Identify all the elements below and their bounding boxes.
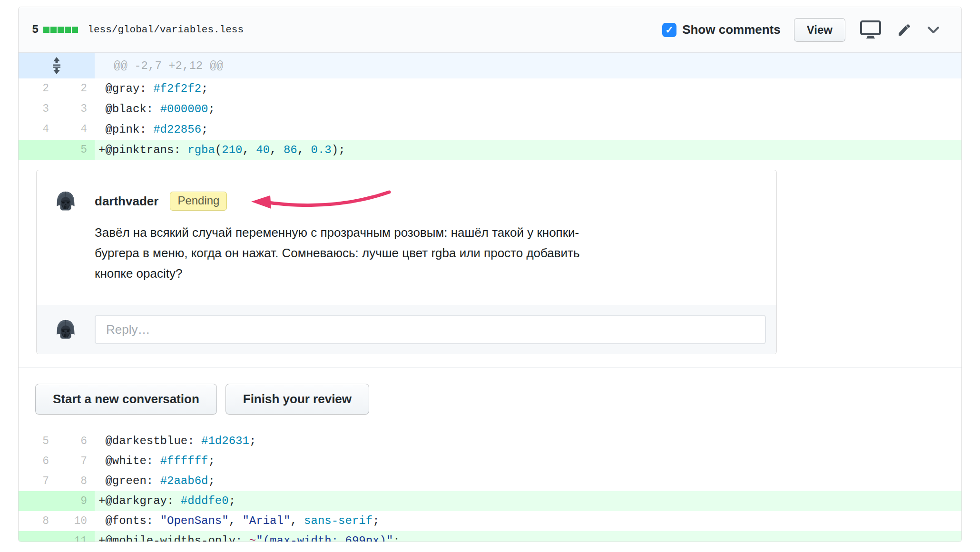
start-new-conversation-button[interactable]: Start a new conversation <box>35 384 217 415</box>
comment-header: darthvader Pending <box>95 190 757 212</box>
new-line-number[interactable]: 11 <box>57 531 95 542</box>
inline-comment-container: darthvader Pending Завёл на всякий случа… <box>19 160 961 368</box>
old-line-number[interactable]: 2 <box>19 78 57 99</box>
diff-line: 22 @gray: #f2f2f2; <box>19 78 961 99</box>
diffstat-square <box>43 27 49 33</box>
code-text: @black: #000000; <box>95 99 961 119</box>
diff-line: 44 @pink: #d22856; <box>19 119 961 140</box>
pending-badge: Pending <box>170 192 227 211</box>
diffstat-squares <box>43 27 78 33</box>
page: 5 less/global/variables.less ✓ Show comm… <box>0 0 980 552</box>
code-text: @darkestblue: #1d2631; <box>95 431 961 451</box>
diff-line: 9+@darkgray: #dddfe0; <box>19 491 961 511</box>
edit-pencil-icon[interactable] <box>897 22 912 38</box>
file-header-actions: ✓ Show comments View <box>662 18 940 42</box>
code-text: +@darkgray: #dddfe0; <box>95 491 961 511</box>
diffstat-square <box>58 27 64 33</box>
code-text: @white: #ffffff; <box>95 451 961 471</box>
diff-line: 56 @darkestblue: #1d2631; <box>19 431 961 451</box>
new-line-number[interactable]: 4 <box>57 119 95 140</box>
diff-block-2: 56 @darkestblue: #1d2631;67 @white: #fff… <box>19 431 961 542</box>
diffstat-square <box>50 27 57 33</box>
new-line-number[interactable]: 6 <box>57 431 95 451</box>
check-icon: ✓ <box>665 24 674 36</box>
diffstat-square <box>72 27 78 33</box>
old-line-number[interactable] <box>19 531 57 542</box>
code-text: +@pinktrans: rgba(210, 40, 86, 0.3); <box>95 140 961 160</box>
old-line-number[interactable]: 8 <box>19 511 57 531</box>
changes-count: 5 <box>32 23 39 36</box>
diff-line: 33 @black: #000000; <box>19 99 961 119</box>
file-header: 5 less/global/variables.less ✓ Show comm… <box>19 7 961 53</box>
show-comments-label[interactable]: Show comments <box>682 22 781 37</box>
file-diff-card: 5 less/global/variables.less ✓ Show comm… <box>18 7 962 542</box>
old-line-number[interactable]: 6 <box>19 451 57 471</box>
diff-line: 78 @green: #2aab6d; <box>19 471 961 491</box>
review-comment-card: darthvader Pending Завёл на всякий случа… <box>36 170 777 354</box>
finish-your-review-button[interactable]: Finish your review <box>225 384 369 415</box>
file-name: less/global/variables.less <box>88 24 244 35</box>
expand-hunk-button[interactable] <box>19 53 95 78</box>
code-text: @green: #2aab6d; <box>95 471 961 491</box>
review-actions-row: Start a new conversation Finish your rev… <box>19 368 961 431</box>
comment-author[interactable]: darthvader <box>95 194 158 209</box>
old-line-number[interactable] <box>19 140 57 160</box>
comment: darthvader Pending Завёл на всякий случа… <box>37 170 776 305</box>
hunk-row: @@ -2,7 +2,12 @@ <box>19 53 961 78</box>
chevron-down-icon[interactable] <box>927 26 940 34</box>
new-line-number[interactable]: 3 <box>57 99 95 119</box>
diff-line: 5+@pinktrans: rgba(210, 40, 86, 0.3); <box>19 140 961 160</box>
darthvader-avatar[interactable] <box>55 190 77 212</box>
reply-section <box>37 305 776 354</box>
show-comments-checkbox[interactable]: ✓ <box>662 23 676 37</box>
old-line-number[interactable] <box>19 491 57 511</box>
old-line-number[interactable]: 3 <box>19 99 57 119</box>
old-line-number[interactable]: 7 <box>19 471 57 491</box>
diffstat-square <box>65 27 71 33</box>
code-text: @gray: #f2f2f2; <box>95 78 961 99</box>
diff-line: 810 @fonts: "OpenSans", "Arial", sans-se… <box>19 511 961 531</box>
new-line-number[interactable]: 10 <box>57 511 95 531</box>
old-line-number[interactable]: 4 <box>19 119 57 140</box>
diff-line: 11+@mobile-widths-only: ~"(max-width: 69… <box>19 531 961 542</box>
view-button[interactable]: View <box>794 18 845 42</box>
code-text: +@mobile-widths-only: ~"(max-width: 699p… <box>95 531 961 542</box>
new-line-number[interactable]: 2 <box>57 78 95 99</box>
new-line-number[interactable]: 5 <box>57 140 95 160</box>
comment-body: darthvader Pending Завёл на всякий случа… <box>95 190 757 284</box>
old-line-number[interactable]: 5 <box>19 431 57 451</box>
code-text: @pink: #d22856; <box>95 119 961 140</box>
new-line-number[interactable]: 8 <box>57 471 95 491</box>
darthvader-avatar <box>55 319 77 340</box>
comment-text: Завёл на всякий случай переменную с проз… <box>95 223 608 284</box>
hunk-header-text: @@ -2,7 +2,12 @@ <box>95 53 961 78</box>
reply-input[interactable] <box>95 315 766 344</box>
diff-block-1: 22 @gray: #f2f2f2;33 @black: #000000;44 … <box>19 78 961 160</box>
new-line-number[interactable]: 7 <box>57 451 95 471</box>
new-line-number[interactable]: 9 <box>57 491 95 511</box>
code-text: @fonts: "OpenSans", "Arial", sans-serif; <box>95 511 961 531</box>
diff-line: 67 @white: #ffffff; <box>19 451 961 471</box>
display-icon[interactable] <box>860 19 882 40</box>
unfold-icon <box>49 57 64 75</box>
